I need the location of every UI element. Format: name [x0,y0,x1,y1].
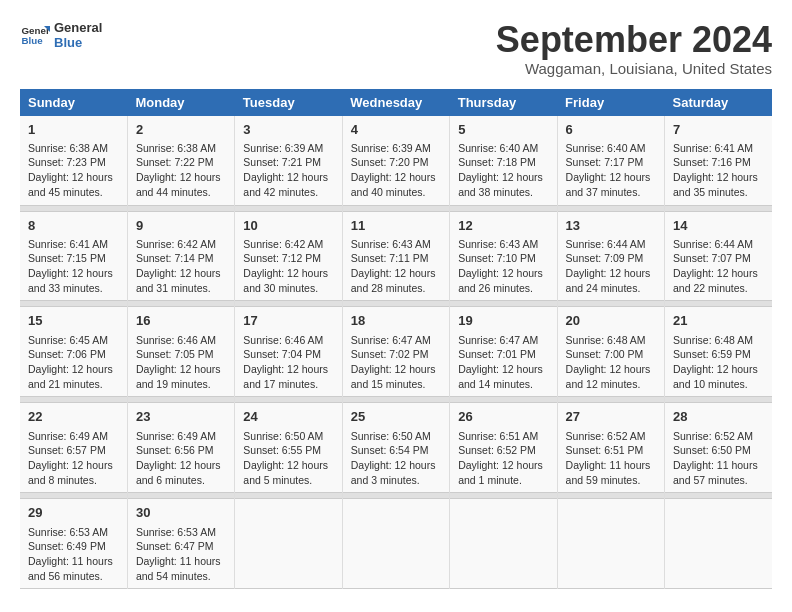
calendar-cell: 9 Sunrise: 6:42 AM Sunset: 7:14 PM Dayli… [127,211,234,301]
sunset-text: Sunset: 6:57 PM [28,444,106,456]
sunset-text: Sunset: 6:47 PM [136,540,214,552]
sunrise-text: Sunrise: 6:39 AM [351,142,431,154]
calendar-cell: 19 Sunrise: 6:47 AM Sunset: 7:01 PM Dayl… [450,307,557,397]
logo-wordmark: General Blue [54,20,102,50]
sunrise-text: Sunrise: 6:44 AM [673,238,753,250]
col-saturday: Saturday [665,89,772,116]
sunset-text: Sunset: 6:51 PM [566,444,644,456]
daylight-text: Daylight: 11 hours and 54 minutes. [136,555,221,582]
daylight-text: Daylight: 12 hours and 30 minutes. [243,267,328,294]
sunset-text: Sunset: 7:12 PM [243,252,321,264]
calendar-cell: 5 Sunrise: 6:40 AM Sunset: 7:18 PM Dayli… [450,116,557,205]
day-number: 13 [566,217,656,235]
sunset-text: Sunset: 7:22 PM [136,156,214,168]
day-number: 18 [351,312,441,330]
calendar-table: Sunday Monday Tuesday Wednesday Thursday… [20,89,772,590]
sunrise-text: Sunrise: 6:38 AM [136,142,216,154]
calendar-cell: 3 Sunrise: 6:39 AM Sunset: 7:21 PM Dayli… [235,116,342,205]
daylight-text: Daylight: 12 hours and 17 minutes. [243,363,328,390]
day-number: 27 [566,408,656,426]
daylight-text: Daylight: 11 hours and 57 minutes. [673,459,758,486]
daylight-text: Daylight: 12 hours and 26 minutes. [458,267,543,294]
day-number: 19 [458,312,548,330]
daylight-text: Daylight: 12 hours and 15 minutes. [351,363,436,390]
sunrise-text: Sunrise: 6:52 AM [673,430,753,442]
daylight-text: Daylight: 12 hours and 40 minutes. [351,171,436,198]
day-number: 11 [351,217,441,235]
calendar-cell: 25 Sunrise: 6:50 AM Sunset: 6:54 PM Dayl… [342,403,449,493]
sunset-text: Sunset: 7:01 PM [458,348,536,360]
calendar-cell [235,499,342,589]
sunrise-text: Sunrise: 6:50 AM [351,430,431,442]
calendar-cell: 10 Sunrise: 6:42 AM Sunset: 7:12 PM Dayl… [235,211,342,301]
day-number: 28 [673,408,764,426]
day-number: 12 [458,217,548,235]
day-number: 3 [243,121,333,139]
calendar-cell: 27 Sunrise: 6:52 AM Sunset: 6:51 PM Dayl… [557,403,664,493]
day-number: 15 [28,312,119,330]
day-number: 29 [28,504,119,522]
sunrise-text: Sunrise: 6:39 AM [243,142,323,154]
daylight-text: Daylight: 12 hours and 14 minutes. [458,363,543,390]
daylight-text: Daylight: 12 hours and 21 minutes. [28,363,113,390]
day-number: 21 [673,312,764,330]
calendar-cell: 12 Sunrise: 6:43 AM Sunset: 7:10 PM Dayl… [450,211,557,301]
col-friday: Friday [557,89,664,116]
day-number: 2 [136,121,226,139]
calendar-cell: 8 Sunrise: 6:41 AM Sunset: 7:15 PM Dayli… [20,211,127,301]
sunrise-text: Sunrise: 6:46 AM [243,334,323,346]
sunrise-text: Sunrise: 6:38 AM [28,142,108,154]
sunset-text: Sunset: 7:06 PM [28,348,106,360]
sunrise-text: Sunrise: 6:42 AM [136,238,216,250]
day-number: 24 [243,408,333,426]
sunset-text: Sunset: 7:04 PM [243,348,321,360]
daylight-text: Daylight: 12 hours and 31 minutes. [136,267,221,294]
calendar-cell: 6 Sunrise: 6:40 AM Sunset: 7:17 PM Dayli… [557,116,664,205]
sunset-text: Sunset: 7:05 PM [136,348,214,360]
calendar-week-2: 8 Sunrise: 6:41 AM Sunset: 7:15 PM Dayli… [20,211,772,301]
sunrise-text: Sunrise: 6:41 AM [673,142,753,154]
sunset-text: Sunset: 7:16 PM [673,156,751,168]
day-number: 7 [673,121,764,139]
sunrise-text: Sunrise: 6:47 AM [458,334,538,346]
day-number: 14 [673,217,764,235]
daylight-text: Daylight: 12 hours and 3 minutes. [351,459,436,486]
logo: General Blue General Blue [20,20,102,50]
calendar-cell: 16 Sunrise: 6:46 AM Sunset: 7:05 PM Dayl… [127,307,234,397]
header: General Blue General Blue September 2024… [20,20,772,77]
calendar-cell: 23 Sunrise: 6:49 AM Sunset: 6:56 PM Dayl… [127,403,234,493]
daylight-text: Daylight: 11 hours and 56 minutes. [28,555,113,582]
sunrise-text: Sunrise: 6:51 AM [458,430,538,442]
day-number: 25 [351,408,441,426]
sunset-text: Sunset: 7:18 PM [458,156,536,168]
sunset-text: Sunset: 6:52 PM [458,444,536,456]
sunset-text: Sunset: 7:14 PM [136,252,214,264]
logo-general: General [54,20,102,35]
daylight-text: Daylight: 12 hours and 38 minutes. [458,171,543,198]
day-number: 9 [136,217,226,235]
sunrise-text: Sunrise: 6:43 AM [351,238,431,250]
sunset-text: Sunset: 6:56 PM [136,444,214,456]
calendar-cell: 13 Sunrise: 6:44 AM Sunset: 7:09 PM Dayl… [557,211,664,301]
sunrise-text: Sunrise: 6:46 AM [136,334,216,346]
sunrise-text: Sunrise: 6:42 AM [243,238,323,250]
day-number: 20 [566,312,656,330]
daylight-text: Daylight: 12 hours and 22 minutes. [673,267,758,294]
sunset-text: Sunset: 6:55 PM [243,444,321,456]
daylight-text: Daylight: 12 hours and 45 minutes. [28,171,113,198]
location-subtitle: Waggaman, Louisiana, United States [496,60,772,77]
calendar-cell: 14 Sunrise: 6:44 AM Sunset: 7:07 PM Dayl… [665,211,772,301]
sunset-text: Sunset: 7:00 PM [566,348,644,360]
sunrise-text: Sunrise: 6:49 AM [28,430,108,442]
calendar-week-4: 22 Sunrise: 6:49 AM Sunset: 6:57 PM Dayl… [20,403,772,493]
sunrise-text: Sunrise: 6:40 AM [566,142,646,154]
calendar-cell [557,499,664,589]
daylight-text: Daylight: 12 hours and 28 minutes. [351,267,436,294]
day-number: 10 [243,217,333,235]
sunset-text: Sunset: 6:49 PM [28,540,106,552]
day-number: 8 [28,217,119,235]
col-tuesday: Tuesday [235,89,342,116]
day-number: 4 [351,121,441,139]
sunset-text: Sunset: 7:10 PM [458,252,536,264]
sunrise-text: Sunrise: 6:48 AM [673,334,753,346]
